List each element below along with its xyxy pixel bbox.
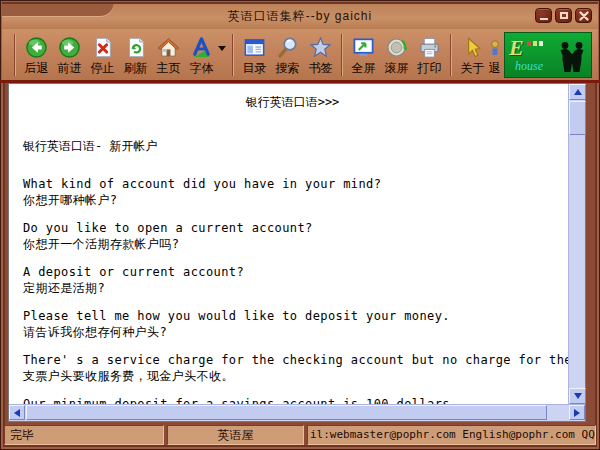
scroll-up-button[interactable]	[569, 84, 586, 100]
about-button[interactable]: 关于	[456, 35, 489, 75]
statusbar: 完毕 英语屋 il:webmaster@pophr.com English@po…	[4, 425, 596, 445]
logo-script: house	[515, 59, 543, 74]
toolbar-separator	[14, 34, 16, 76]
phrase-pair: Please tell me how you would like to dep…	[23, 308, 562, 340]
close-icon	[579, 11, 589, 21]
print-icon	[418, 35, 441, 61]
horizontal-scrollbar[interactable]	[9, 404, 585, 421]
document-text[interactable]: 银行英语口语>>> 银行英语口语- 新开帐户 What kind of acco…	[9, 84, 568, 404]
home-icon	[157, 35, 180, 61]
arrow-left-icon	[14, 409, 20, 417]
titlebar: 英语口语集粹--by gaichi	[2, 2, 598, 29]
forward-label: 前进	[58, 61, 82, 75]
phrase-english: There' s a service charge for the checki…	[23, 352, 562, 368]
phrase-english: A deposit or current account?	[23, 264, 562, 280]
refresh-label: 刷新	[124, 61, 148, 75]
phrase-chinese: 支票户头要收服务费，现金户头不收。	[23, 368, 562, 384]
about-icon	[461, 35, 484, 61]
print-button[interactable]: 打印	[413, 35, 446, 75]
exit-button[interactable]: 退	[489, 35, 500, 75]
minimize-button[interactable]	[535, 8, 552, 23]
autoscroll-label: 滚屏	[385, 61, 409, 75]
fullscreen-label: 全屏	[352, 61, 376, 75]
phrase-chinese: 定期还是活期?	[23, 280, 562, 296]
phrase-pair: There' s a service charge for the checki…	[23, 352, 562, 384]
scroll-right-button[interactable]	[569, 405, 585, 420]
toolbar-separator	[232, 34, 234, 76]
status-contact: il:webmaster@pophr.com English@pophr.com…	[307, 425, 596, 445]
arrow-right-icon	[574, 409, 580, 417]
print-label: 打印	[418, 61, 442, 75]
maximize-button[interactable]	[555, 8, 572, 23]
scroll-left-button[interactable]	[9, 405, 25, 420]
arrow-up-icon	[574, 89, 582, 95]
arrow-down-icon	[574, 393, 582, 399]
contents-icon	[243, 35, 266, 61]
close-button[interactable]	[575, 8, 592, 23]
phrase-english: Our minimum deposit for a savings accoun…	[23, 396, 562, 404]
home-label: 主页	[157, 61, 181, 75]
bookmark-icon	[309, 35, 332, 61]
search-icon	[276, 35, 299, 61]
logo-mark: E	[509, 35, 524, 61]
phrase-pair: A deposit or current account? 定期还是活期?	[23, 264, 562, 296]
fullscreen-button[interactable]: 全屏	[347, 35, 380, 75]
search-label: 搜索	[276, 61, 300, 75]
status-message: 完毕	[4, 425, 164, 445]
exit-icon	[489, 35, 500, 61]
phrase-english: Please tell me how you would like to dep…	[23, 308, 562, 324]
fullscreen-icon	[352, 35, 375, 61]
home-button[interactable]: 主页	[152, 35, 185, 75]
toolbar: 后退 前进 停止 刷新 主页	[2, 29, 598, 80]
minimize-icon	[540, 18, 548, 20]
phrase-pair: What kind of account did you have in you…	[23, 176, 562, 208]
phrase-chinese: 请告诉我你想存何种户头?	[23, 324, 562, 340]
back-icon	[25, 35, 48, 61]
document-heading: 银行英语口语>>>	[23, 94, 562, 110]
phrase-english: What kind of account did you have in you…	[23, 176, 562, 192]
window-title: 英语口语集粹--by gaichi	[2, 2, 598, 29]
search-button[interactable]: 搜索	[271, 35, 304, 75]
font-label: 字体	[190, 61, 214, 75]
app-window: 英语口语集粹--by gaichi 后退 前进	[0, 0, 600, 450]
refresh-icon	[125, 35, 147, 61]
phrase-pair: Do you like to open a current account? 你…	[23, 220, 562, 252]
vertical-scrollbar[interactable]	[568, 84, 585, 404]
contents-button[interactable]: 目录	[238, 35, 271, 75]
stop-icon	[92, 35, 114, 61]
autoscroll-icon	[385, 35, 408, 61]
toolbar-separator	[450, 34, 452, 76]
back-label: 后退	[25, 61, 49, 75]
font-icon	[190, 35, 213, 61]
bookmark-button[interactable]: 书签	[304, 35, 337, 75]
stop-button[interactable]: 停止	[86, 35, 119, 75]
toolbar-separator	[341, 34, 343, 76]
about-label: 关于	[461, 61, 485, 75]
phrase-english: Do you like to open a current account?	[23, 220, 562, 236]
status-brand: 英语屋	[167, 425, 304, 445]
forward-button[interactable]: 前进	[53, 35, 86, 75]
forward-icon	[58, 35, 81, 61]
contents-label: 目录	[243, 61, 267, 75]
handshake-silhouette-icon	[557, 39, 587, 77]
exit-label: 退	[489, 61, 500, 75]
font-button[interactable]: 字体	[185, 35, 218, 75]
english-house-logo[interactable]: E house	[504, 32, 592, 78]
vertical-scroll-thumb[interactable]	[569, 101, 586, 135]
font-dropdown-arrow[interactable]	[218, 46, 226, 51]
phrase-chinese: 你想开哪种帐户?	[23, 192, 562, 208]
maximize-icon	[560, 12, 568, 19]
back-button[interactable]: 后退	[20, 35, 53, 75]
horizontal-scroll-thumb[interactable]	[26, 405, 547, 420]
content-area: 银行英语口语>>> 银行英语口语- 新开帐户 What kind of acco…	[8, 83, 586, 422]
logo-decoration	[527, 41, 543, 46]
phrase-pair: Our minimum deposit for a savings accoun…	[23, 396, 562, 404]
bookmark-label: 书签	[309, 61, 333, 75]
phrase-chinese: 你想开一个活期存款帐户吗?	[23, 236, 562, 252]
autoscroll-button[interactable]: 滚屏	[380, 35, 413, 75]
scroll-down-button[interactable]	[569, 388, 586, 404]
stop-label: 停止	[91, 61, 115, 75]
document-subheading: 银行英语口语- 新开帐户	[23, 138, 562, 154]
refresh-button[interactable]: 刷新	[119, 35, 152, 75]
